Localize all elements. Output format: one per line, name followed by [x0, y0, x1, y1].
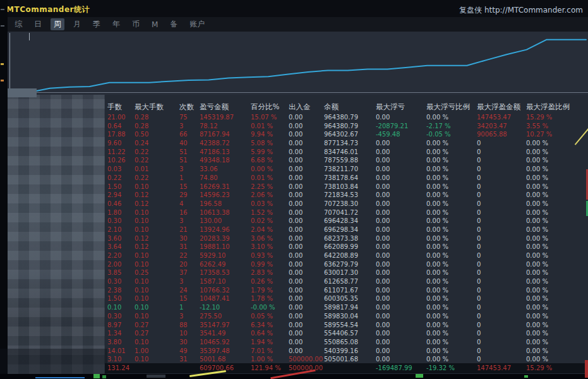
tab-周[interactable]: 周 [51, 18, 64, 30]
cell-2: 31 [179, 355, 200, 364]
tab-月[interactable]: 月 [70, 18, 84, 30]
cell-7: -169487.99 [376, 364, 426, 373]
table-row[interactable]: 2.380.102410766.321.79 %0.00611071.670.0… [107, 286, 588, 295]
table-row[interactable]: 1.340.27103541.490.64 %0.00554406.570.00… [107, 329, 588, 338]
table-row[interactable]: 10.260.225149348.186.68 %0.00787559.880.… [107, 156, 588, 165]
table-row[interactable]: 3.640.123119881.103.10 %0.00662089.990.0… [107, 243, 588, 251]
cell-0: 10.26 [107, 156, 135, 165]
table-row[interactable]: 1.500.101510487.411.78 %0.00600305.350.0… [107, 294, 588, 303]
table-row[interactable]: 11.220.225147186.135.99 %0.00834746.010.… [107, 148, 588, 157]
tab-币[interactable]: 币 [129, 18, 143, 30]
tab-综[interactable]: 综 [11, 18, 25, 30]
cell-9: 0 [477, 217, 526, 226]
table-row[interactable]: 0.100.101-12.10-0.00 %0.00589817.940.000… [107, 303, 588, 312]
column-header-8: 最大浮亏比例 [426, 102, 477, 112]
cell-10: 0.00 % [526, 312, 588, 321]
cell-6: 636279.79 [324, 260, 376, 269]
cell-4: 0.00 % [251, 165, 289, 174]
cell-9: 0 [477, 277, 526, 286]
cell-9: 0 [477, 338, 526, 347]
cell-10: 0.00 % [526, 294, 588, 303]
table-row[interactable]: 2.000.10206262.490.99 %0.00636279.790.00… [107, 260, 588, 269]
cell-10: 0.00 % [526, 329, 588, 338]
cell-5: 0.00 [289, 139, 324, 148]
table-row[interactable]: 8.970.278835147.976.34 %0.00589554.540.0… [107, 321, 588, 330]
cell-1: 0.27 [135, 329, 179, 338]
table-row[interactable]: 3.850.253717358.532.83 %0.00630017.300.0… [107, 268, 588, 277]
cell-4: 1.00 % [251, 355, 289, 364]
cell-2: 15 [179, 183, 200, 191]
cell-1: 0.50 [135, 130, 179, 139]
table-row[interactable]: 0.300.1031587.100.26 %0.00612658.770.000… [107, 277, 588, 286]
cell-9: 0 [477, 321, 526, 330]
cell-4: 7.01 % [251, 347, 289, 356]
table-row[interactable]: 3.600.123020283.393.06 %0.00682373.380.0… [107, 234, 588, 243]
table-row[interactable]: 2.100.102113924.962.04 %0.00696298.340.0… [107, 226, 588, 234]
cell-2: 10 [179, 329, 200, 338]
table-row[interactable]: 2.200.10225929.100.93 %0.00642208.890.00… [107, 251, 588, 260]
cell-1: 0.10 [135, 217, 179, 226]
cell-4: 2.06 % [251, 191, 289, 200]
cell-5: 0.00 [289, 251, 324, 260]
table-row[interactable]: 21.000.2875145319.8715.07 %0.00964380.79… [107, 113, 588, 122]
desktop-edge-strip [0, 0, 8, 379]
tab-M[interactable]: M [148, 20, 161, 30]
cell-1 [135, 364, 179, 373]
cell-8: 0.00 % [426, 355, 477, 364]
cell-6: 554406.57 [324, 329, 376, 338]
cell-3: 74.80 [200, 174, 251, 183]
tab-季[interactable]: 季 [90, 18, 104, 30]
cell-10: 0.00 % [526, 251, 588, 260]
cell-3: 275.50 [200, 312, 251, 321]
cell-0: 0.30 [107, 312, 135, 321]
cell-3: 10465.92 [200, 338, 251, 347]
tab-日[interactable]: 日 [31, 18, 45, 30]
cell-6: 589830.04 [324, 312, 376, 321]
cell-1: 0.10 [135, 303, 179, 312]
cell-3: 5929.10 [200, 251, 251, 260]
cell-8: 0.00 % [426, 294, 477, 303]
table-row[interactable]: 1.800.101610613.381.52 %0.00707041.720.0… [107, 208, 588, 217]
table-row[interactable]: 0.220.22174.800.01 %0.00738178.640.000.0… [107, 174, 588, 183]
cell-7: 0.00 [376, 165, 426, 174]
table-row[interactable]: 0.300.103275.500.05 %0.00589830.040.000.… [107, 312, 588, 321]
cell-2: 37 [179, 268, 200, 277]
table-row[interactable]: 2.940.122914596.232.06 %0.00721834.530.0… [107, 191, 588, 200]
table-row[interactable]: 14.011.004935397.487.01 %0.00540399.160.… [107, 347, 588, 356]
cell-2: 75 [179, 113, 200, 122]
cell-4: 1.78 % [251, 294, 289, 303]
cell-10: 0.00 % [526, 347, 588, 356]
cell-10: 15.29 % [526, 364, 588, 373]
cell-8: 0.00 % [426, 251, 477, 260]
cell-1: 0.12 [135, 191, 179, 200]
cell-8: 0.00 % [426, 226, 477, 234]
tab-年[interactable]: 年 [109, 18, 123, 30]
cell-7: 0.00 [376, 174, 426, 183]
cell-9: 0 [477, 200, 526, 208]
cell-9: 0 [477, 156, 526, 165]
cell-9: 147453.47 [477, 364, 526, 373]
cell-2: 24 [179, 286, 200, 295]
cell-7: 0.00 [376, 251, 426, 260]
table-row[interactable]: 0.030.01333.060.00 %0.00738211.700.000.0… [107, 165, 588, 174]
table-row[interactable]: 9.600.244042388.725.08 %0.00877134.730.0… [107, 139, 588, 148]
cell-7: 0.00 [376, 294, 426, 303]
table-row[interactable]: 0.460.124196.580.03 %0.00707238.300.000.… [107, 200, 588, 208]
table-row[interactable]: 17.880.506687167.949.94 %0.00964302.67-4… [107, 130, 588, 139]
cell-5: 500000.00 [289, 355, 324, 364]
cell-9: 90065.88 [477, 130, 526, 139]
cell-5: 0.00 [289, 130, 324, 139]
cell-8: 0.00 % [426, 286, 477, 295]
table-row[interactable]: 3.100.10315001.681.00 %500000.00505001.6… [107, 355, 588, 364]
cell-9: 147453.47 [477, 113, 526, 122]
cell-7: 0.00 [376, 234, 426, 243]
table-row[interactable]: 1.500.101516269.312.25 %0.00738103.840.0… [107, 183, 588, 191]
brand-link[interactable]: 复盘侠 http://MTCommander.com [459, 5, 583, 16]
tab-账户[interactable]: 账户 [186, 18, 208, 30]
table-row[interactable]: 0.300.103130.000.02 %0.00696428.340.000.… [107, 217, 588, 226]
table-row[interactable]: 0.640.28378.120.01 %0.00964380.79-20879.… [107, 122, 588, 131]
tab-备[interactable]: 备 [167, 18, 181, 30]
table-row[interactable]: 3.800.103010465.921.94 %0.00550865.080.0… [107, 338, 588, 347]
column-header-9: 最大浮盈金额 [477, 102, 526, 112]
cell-8: 0.00 % [426, 268, 477, 277]
